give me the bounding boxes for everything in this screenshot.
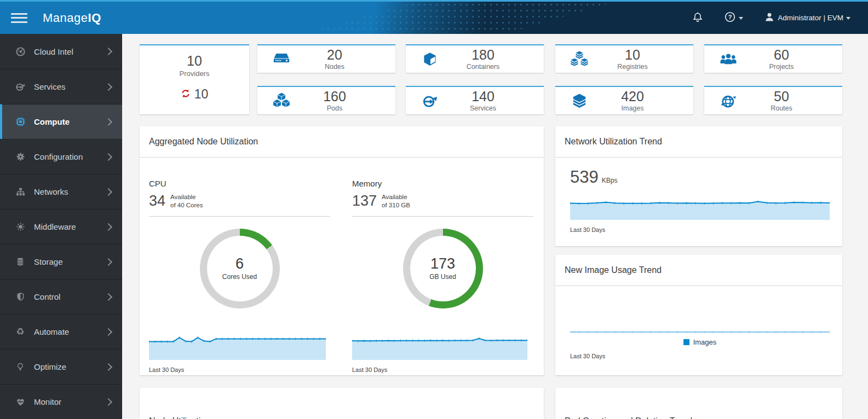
chevron-right-icon — [105, 258, 112, 265]
memory-available-label: Available — [382, 193, 410, 201]
network-sparkline-chart — [570, 194, 830, 220]
network-utilization-panel: Network Utilization Trend 539 KBps Last … — [555, 126, 842, 246]
routes-card[interactable]: 50 Routes — [704, 86, 842, 114]
sidebar-item-compute[interactable]: Compute — [0, 104, 122, 139]
stat-count: 140 — [472, 89, 495, 103]
stat-count: 160 — [323, 89, 346, 103]
cpu-sparkline-chart — [149, 329, 326, 360]
dashboard-content: 10 Providers 10 20 Nodes 1 — [122, 34, 868, 419]
nodes-card[interactable]: 20 Nodes — [257, 44, 395, 73]
heartbeat-icon — [14, 397, 27, 407]
registry-icon — [568, 51, 590, 67]
middleware-icon — [14, 222, 27, 232]
stat-count: 20 — [327, 48, 342, 62]
network-rate-value: 539 — [570, 167, 599, 187]
images-card[interactable]: 420 Images — [555, 86, 693, 114]
sidebar-item-networks[interactable]: Networks — [0, 174, 122, 209]
panel-title: New Image Usage Trend — [555, 255, 842, 286]
stat-count: 60 — [774, 48, 789, 62]
legend-label: Images — [693, 338, 717, 346]
gear-icon — [14, 152, 27, 162]
cube-icon — [419, 51, 441, 67]
lightbulb-icon — [14, 362, 27, 372]
sidebar-item-services[interactable]: Services — [0, 69, 122, 104]
cpu-title: CPU — [149, 179, 330, 188]
stat-count: 50 — [774, 89, 789, 103]
services-card[interactable]: 140 Services — [406, 86, 544, 114]
svg-text:?: ? — [728, 14, 732, 20]
chevron-right-icon — [105, 153, 112, 160]
globe-route-icon — [717, 93, 739, 109]
sidebar-item-control[interactable]: Control — [0, 279, 122, 314]
chevron-right-icon — [105, 363, 112, 370]
sidebar-item-label: Automate — [34, 327, 106, 336]
menu-toggle-button[interactable] — [11, 12, 27, 24]
stat-label: Nodes — [325, 63, 344, 71]
sidebar-item-configuration[interactable]: Configuration — [0, 139, 122, 174]
panel-title: Aggregated Node Utilization — [140, 126, 544, 158]
brand-iq: IQ — [88, 11, 101, 25]
memory-title: Memory — [352, 179, 533, 188]
sidebar-item-monitor[interactable]: Monitor — [0, 384, 122, 419]
memory-total-label: of 310 GB — [382, 201, 410, 209]
manageiq-logo[interactable]: ManageIQ — [43, 11, 101, 25]
chevron-right-icon — [105, 328, 112, 335]
memory-chart-footer: Last 30 Days — [352, 366, 533, 373]
stat-label: Projects — [769, 63, 794, 71]
cpu-chart-footer: Last 30 Days — [149, 366, 330, 373]
stat-label: Containers — [467, 63, 499, 71]
sidebar-item-automate[interactable]: ♻ Automate — [0, 314, 122, 349]
recycle-icon: ♻ — [14, 327, 27, 336]
sidebar-item-label: Control — [34, 292, 106, 301]
sidebar-item-storage[interactable]: Storage — [0, 244, 122, 279]
manageiq-dashboard: ManageIQ ? Administrator | EVM — [0, 0, 868, 419]
providers-refresh-status[interactable]: 10 — [140, 87, 249, 102]
images-chart-footer: Last 30 Days — [570, 353, 830, 359]
sidebar-item-optimize[interactable]: Optimize — [0, 349, 122, 384]
sidebar-item-middleware[interactable]: Middleware — [0, 209, 122, 244]
providers-card[interactable]: 10 Providers 10 — [140, 44, 249, 114]
sidebar-item-cloud-intel[interactable]: Cloud Intel — [0, 34, 122, 69]
memory-utilization-column: Memory 137 Available of 310 GB 173 GB Us… — [352, 157, 533, 373]
pods-card[interactable]: 160 Pods — [257, 86, 395, 114]
user-icon — [764, 11, 775, 24]
help-menu-button[interactable]: ? — [721, 10, 746, 25]
chevron-right-icon — [105, 118, 112, 125]
brand-manage: Manage — [43, 11, 88, 25]
sidebar-item-label: Services — [34, 82, 106, 91]
stat-count: 420 — [621, 89, 644, 103]
legend-swatch-images — [683, 339, 689, 345]
user-menu-button[interactable]: Administrator | EVM — [761, 11, 854, 25]
sitemap-icon — [14, 187, 27, 197]
network-chart-footer: Last 30 Days — [570, 226, 830, 233]
user-label: Administrator | EVM — [778, 14, 843, 22]
stat-count: 10 — [625, 48, 640, 62]
sidebar-item-label: Middleware — [34, 222, 106, 231]
providers-label: Providers — [140, 69, 249, 78]
shield-icon — [14, 292, 27, 302]
caret-down-icon — [739, 17, 743, 20]
stat-label: Images — [622, 104, 644, 112]
sidebar-item-label: Configuration — [34, 152, 106, 161]
memory-donut-chart: 173 GB Used — [403, 229, 483, 309]
service-icon — [14, 82, 27, 92]
registries-card[interactable]: 10 Registries — [555, 44, 693, 73]
bell-icon — [692, 11, 703, 25]
pods-icon — [271, 92, 292, 109]
sidebar-item-label: Compute — [34, 117, 106, 126]
providers-refresh-count: 10 — [194, 87, 209, 102]
containers-card[interactable]: 180 Containers — [406, 44, 544, 73]
cpu-used-value: 6 — [235, 257, 244, 271]
stat-label: Routes — [771, 104, 792, 112]
stat-label: Services — [470, 104, 496, 112]
new-image-usage-panel: New Image Usage Trend Images Last 30 Day… — [555, 255, 842, 375]
cpu-used-label: Cores Used — [222, 273, 257, 281]
sidebar-item-label: Storage — [34, 257, 106, 266]
sidebar-item-label: Monitor — [34, 397, 106, 406]
cpu-utilization-column: CPU 34 Available of 40 Cores 6 Cores Use… — [149, 157, 330, 373]
chevron-right-icon — [105, 293, 112, 300]
notifications-button[interactable] — [689, 10, 706, 25]
stat-count: 180 — [472, 48, 495, 62]
projects-card[interactable]: 60 Projects — [704, 44, 842, 73]
chevron-right-icon — [105, 223, 112, 230]
